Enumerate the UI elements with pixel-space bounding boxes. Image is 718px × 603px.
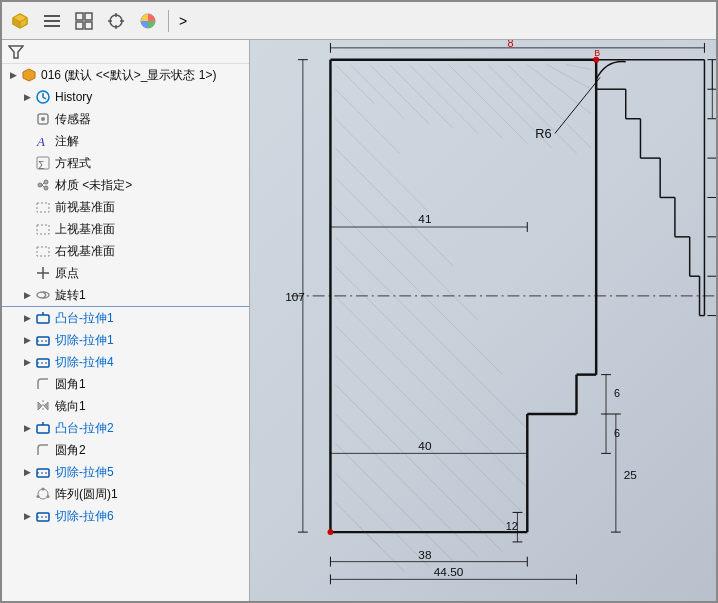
svg-line-145 <box>350 65 404 119</box>
svg-line-163 <box>335 266 527 458</box>
svg-rect-8 <box>85 13 92 20</box>
top-plane-icon <box>34 220 52 238</box>
toolbar-more-button[interactable]: > <box>175 13 191 29</box>
svg-line-170 <box>335 473 429 566</box>
svg-line-160 <box>335 178 478 321</box>
revolve1-icon <box>34 286 52 304</box>
svg-line-158 <box>335 119 429 213</box>
svg-line-147 <box>390 65 454 129</box>
equation-icon: ∑ <box>34 154 52 172</box>
svg-line-172 <box>360 527 380 547</box>
svg-line-157 <box>335 89 399 153</box>
svg-point-25 <box>38 183 42 187</box>
equation-label: 方程式 <box>55 155 91 172</box>
svg-line-151 <box>468 65 552 149</box>
svg-line-159 <box>335 148 453 266</box>
tree-item-cut1[interactable]: ▶ 切除-拉伸1 <box>2 329 249 351</box>
tree-item-fillet1[interactable]: ▶ 圆角1 <box>2 373 249 395</box>
expand-arrow-cut6[interactable]: ▶ <box>20 509 34 523</box>
svg-text:B: B <box>594 48 600 58</box>
tree-item-sensor[interactable]: ▶ 传感器 <box>2 108 249 130</box>
fillet2-icon <box>34 441 52 459</box>
svg-rect-10 <box>85 22 92 29</box>
svg-rect-30 <box>37 203 49 212</box>
svg-rect-36 <box>37 315 49 323</box>
fillet2-label: 圆角2 <box>55 442 86 459</box>
svg-text:A: A <box>36 134 45 149</box>
crosshair-icon[interactable] <box>102 7 130 35</box>
svg-line-161 <box>335 207 502 374</box>
svg-marker-18 <box>23 69 35 81</box>
tree-item-cut6[interactable]: ▶ 切除-拉伸6 <box>2 505 249 527</box>
svg-marker-44 <box>44 402 48 410</box>
tree-item-top-plane[interactable]: ▶ 上视基准面 <box>2 218 249 240</box>
tree-item-cut4[interactable]: ▶ 切除-拉伸4 <box>2 351 249 373</box>
technical-drawing: R6 8 9 12 15 18 <box>250 40 716 601</box>
toolbar-separator <box>168 10 169 32</box>
svg-text:41: 41 <box>418 212 431 226</box>
tree-item-right-plane[interactable]: ▶ 右视基准面 <box>2 240 249 262</box>
expand-arrow-history[interactable]: ▶ <box>20 90 34 104</box>
expand-arrow-root[interactable]: ▶ <box>6 68 20 82</box>
svg-rect-5 <box>44 20 60 22</box>
filter-bar <box>2 40 249 64</box>
expand-arrow-cut5[interactable]: ▶ <box>20 465 34 479</box>
tree-item-boss2[interactable]: ▶ 凸台-拉伸2 <box>2 417 249 439</box>
front-plane-icon <box>34 198 52 216</box>
expand-arrow-cut4[interactable]: ▶ <box>20 355 34 369</box>
svg-line-166 <box>335 355 522 542</box>
tree-item-origin[interactable]: ▶ 原点 <box>2 262 249 284</box>
cut1-icon <box>34 331 52 349</box>
list-icon[interactable] <box>38 7 66 35</box>
svg-text:40: 40 <box>418 439 432 453</box>
svg-line-81 <box>555 77 600 133</box>
svg-rect-32 <box>37 247 49 256</box>
tree-item-history[interactable]: ▶ History <box>2 86 249 108</box>
svg-text:∑: ∑ <box>38 159 44 169</box>
svg-marker-43 <box>38 402 42 410</box>
history-icon <box>34 88 52 106</box>
revolve1-label: 旋转1 <box>55 287 86 304</box>
expand-arrow-boss2[interactable]: ▶ <box>20 421 34 435</box>
material-label: 材质 <未指定> <box>55 177 132 194</box>
svg-text:25: 25 <box>624 468 638 482</box>
svg-line-152 <box>488 65 577 154</box>
tree-container: ▶ 016 (默认 <<默认>_显示状态 1>) ▶ <box>2 64 249 601</box>
svg-line-162 <box>335 237 527 429</box>
boss1-label: 凸台-拉伸1 <box>55 310 114 327</box>
tree-item-fillet2[interactable]: ▶ 圆角2 <box>2 439 249 461</box>
expand-arrow-cut1[interactable]: ▶ <box>20 333 34 347</box>
svg-rect-4 <box>44 15 60 17</box>
tree-root[interactable]: ▶ 016 (默认 <<默认>_显示状态 1>) <box>2 64 249 86</box>
3d-box-icon[interactable] <box>6 7 34 35</box>
toolbar: > <box>2 2 716 40</box>
svg-line-149 <box>429 65 503 139</box>
svg-point-52 <box>37 495 40 498</box>
svg-text:6: 6 <box>614 387 620 399</box>
expand-arrow-revolve1[interactable]: ▶ <box>20 288 34 302</box>
svg-rect-9 <box>76 22 83 29</box>
tree-item-revolve1[interactable]: ▶ 旋转1 <box>2 284 249 306</box>
tree-item-equation[interactable]: ▶ ∑ 方程式 <box>2 152 249 174</box>
tree-item-annotation[interactable]: ▶ A 注解 <box>2 130 249 152</box>
grid-icon[interactable] <box>70 7 98 35</box>
svg-point-141 <box>327 529 333 535</box>
cut5-icon <box>34 463 52 481</box>
annotation-icon: A <box>34 132 52 150</box>
canvas-area[interactable]: R6 8 9 12 15 18 <box>250 40 716 601</box>
mirror1-label: 镜向1 <box>55 398 86 415</box>
tree-item-cut5[interactable]: ▶ 切除-拉伸5 <box>2 461 249 483</box>
material-icon <box>34 176 52 194</box>
filter-icon[interactable] <box>8 44 24 60</box>
expand-arrow-boss1[interactable]: ▶ <box>20 311 34 325</box>
tree-item-boss1[interactable]: ▶ 凸台-拉伸1 <box>2 307 249 329</box>
cut5-label: 切除-拉伸5 <box>55 464 114 481</box>
svg-text:107: 107 <box>285 290 305 304</box>
tree-item-mirror1[interactable]: ▶ 镜向1 <box>2 395 249 417</box>
color-icon[interactable] <box>134 7 162 35</box>
tree-item-front-plane[interactable]: ▶ 前视基准面 <box>2 196 249 218</box>
tree-item-material[interactable]: ▶ 材质 <未指定> <box>2 174 249 196</box>
fillet1-label: 圆角1 <box>55 376 86 393</box>
tree-item-pattern1[interactable]: ▶ 阵列(圆周)1 <box>2 483 249 505</box>
cut1-label: 切除-拉伸1 <box>55 332 114 349</box>
